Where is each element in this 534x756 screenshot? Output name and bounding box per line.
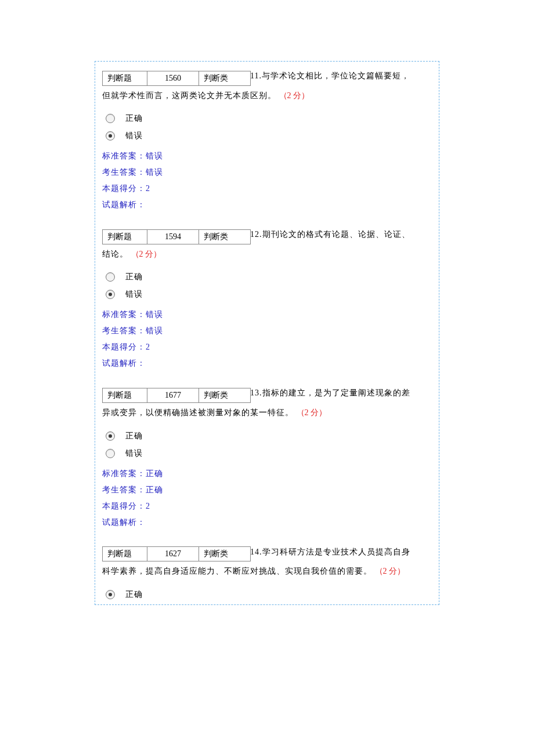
question-text-tail: 科学素养，提高自身适应能力、不断应对挑战、实现自我价值的需要。 bbox=[102, 567, 372, 575]
question-number-cell: 1594 bbox=[147, 229, 199, 244]
option-correct[interactable]: 正确 bbox=[102, 589, 432, 600]
question-category-cell: 判断类 bbox=[199, 388, 251, 403]
question-text-tail: 但就学术性而言，这两类论文并无本质区别。 bbox=[102, 91, 276, 100]
question-text-head: 期刊论文的格式有论题、论据、论证、 bbox=[262, 230, 410, 239]
option-correct[interactable]: 正确 bbox=[102, 431, 432, 441]
question-score: 本题得分：2 bbox=[102, 181, 432, 197]
option-label-correct: 正确 bbox=[125, 113, 143, 124]
question-14: 判断题1627判断类 14.学习科研方法是专业技术人员提高自身 科学素养，提高自… bbox=[102, 542, 432, 600]
question-meta-cells: 判断题1677判断类 bbox=[102, 388, 250, 403]
question-11: 判断题1560判断类 11.与学术论文相比，学位论文篇幅要短， 但就学术性而言，… bbox=[102, 66, 432, 213]
question-category-cell: 判断类 bbox=[199, 71, 251, 86]
question-analysis: 试题解析： bbox=[102, 514, 432, 531]
radio-icon bbox=[106, 272, 115, 282]
question-meta-cells: 判断题1560判断类 bbox=[102, 71, 250, 86]
option-correct[interactable]: 正确 bbox=[102, 113, 432, 124]
question-type-cell: 判断题 bbox=[102, 71, 147, 86]
question-meta-cells: 判断题1594判断类 bbox=[102, 229, 250, 244]
question-header: 判断题1560判断类 11.与学术论文相比，学位论文篇幅要短， 但就学术性而言，… bbox=[102, 66, 432, 105]
question-type-cell: 判断题 bbox=[102, 388, 147, 403]
standard-answer: 标准答案：正确 bbox=[102, 466, 432, 482]
question-number-cell: 1677 bbox=[147, 388, 199, 403]
question-index: 14. bbox=[250, 548, 262, 556]
user-answer: 考生答案：错误 bbox=[102, 164, 432, 181]
question-header: 判断题1594判断类 12.期刊论文的格式有论题、论据、论证、 结论。 （2 分… bbox=[102, 225, 432, 264]
option-label-correct: 正确 bbox=[125, 431, 143, 441]
radio-icon-selected bbox=[106, 590, 115, 599]
option-label-correct: 正确 bbox=[125, 272, 143, 282]
quiz-container: 判断题1560判断类 11.与学术论文相比，学位论文篇幅要短， 但就学术性而言，… bbox=[95, 61, 439, 605]
option-correct[interactable]: 正确 bbox=[102, 272, 432, 282]
question-header: 判断题1677判断类 13.指标的建立，是为了定量阐述现象的差 异或变异，以便精… bbox=[102, 383, 432, 422]
question-number-cell: 1627 bbox=[147, 546, 199, 561]
question-text-head: 指标的建立，是为了定量阐述现象的差 bbox=[262, 388, 410, 397]
option-wrong[interactable]: 错误 bbox=[102, 448, 432, 459]
option-label-wrong: 错误 bbox=[125, 289, 143, 300]
question-analysis: 试题解析： bbox=[102, 197, 432, 213]
question-meta-cells: 判断题1627判断类 bbox=[102, 546, 250, 561]
question-index: 11. bbox=[250, 71, 262, 80]
question-score: 本题得分：2 bbox=[102, 498, 432, 514]
question-text-head: 学习科研方法是专业技术人员提高自身 bbox=[262, 548, 410, 556]
question-type-cell: 判断题 bbox=[102, 546, 147, 561]
option-wrong[interactable]: 错误 bbox=[102, 131, 432, 141]
question-category-cell: 判断类 bbox=[199, 229, 251, 244]
question-12: 判断题1594判断类 12.期刊论文的格式有论题、论据、论证、 结论。 （2 分… bbox=[102, 225, 432, 372]
standard-answer: 标准答案：错误 bbox=[102, 307, 432, 323]
option-label-correct: 正确 bbox=[125, 589, 143, 600]
radio-icon-selected bbox=[106, 290, 115, 299]
question-points: （2 分） bbox=[297, 408, 327, 417]
question-number-cell: 1560 bbox=[147, 71, 199, 86]
question-text-tail: 结论。 bbox=[102, 250, 128, 258]
question-index: 12. bbox=[250, 230, 262, 239]
question-score: 本题得分：2 bbox=[102, 339, 432, 355]
option-label-wrong: 错误 bbox=[125, 448, 143, 459]
standard-answer: 标准答案：错误 bbox=[102, 148, 432, 164]
radio-icon bbox=[106, 114, 115, 123]
option-label-wrong: 错误 bbox=[125, 131, 143, 141]
question-points: （2 分） bbox=[279, 91, 310, 100]
question-type-cell: 判断题 bbox=[102, 229, 147, 244]
question-text-tail: 异或变异，以便精确描述被测量对象的某一特征。 bbox=[102, 408, 294, 417]
question-analysis: 试题解析： bbox=[102, 355, 432, 372]
question-points: （2 分） bbox=[375, 567, 406, 575]
question-index: 13. bbox=[250, 388, 262, 397]
user-answer: 考生答案：正确 bbox=[102, 482, 432, 498]
radio-icon-selected bbox=[106, 131, 115, 141]
question-category-cell: 判断类 bbox=[199, 546, 251, 561]
question-points: （2 分） bbox=[131, 250, 162, 258]
radio-icon bbox=[106, 449, 115, 458]
radio-icon-selected bbox=[106, 431, 115, 441]
user-answer: 考生答案：错误 bbox=[102, 323, 432, 339]
question-header: 判断题1627判断类 14.学习科研方法是专业技术人员提高自身 科学素养，提高自… bbox=[102, 542, 432, 581]
option-wrong[interactable]: 错误 bbox=[102, 289, 432, 300]
question-13: 判断题1677判断类 13.指标的建立，是为了定量阐述现象的差 异或变异，以便精… bbox=[102, 383, 432, 530]
question-text-head: 与学术论文相比，学位论文篇幅要短， bbox=[262, 71, 410, 80]
